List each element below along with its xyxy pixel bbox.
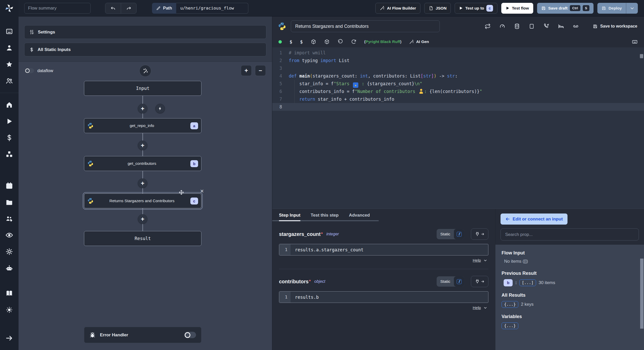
undo-rotate-icon[interactable] (337, 39, 343, 45)
input-node[interactable]: Input (84, 81, 201, 96)
deploy-more-button[interactable] (626, 3, 638, 14)
json-button[interactable]: JSON (424, 3, 451, 14)
package-box-icon[interactable] (311, 39, 316, 45)
static-expr-toggle[interactable]: Static f (437, 229, 464, 239)
flow-graph-canvas[interactable]: dataflow + − Input + get_repo_info a (19, 62, 272, 350)
windmill-logo[interactable] (5, 4, 14, 13)
code-assistants-status: (Pyright Black Ruff) (364, 39, 402, 44)
path-value[interactable]: u/henri/gracious_flow (176, 3, 248, 14)
step-params: stargazers_count* integer Static f (272, 221, 495, 310)
refresh-icon[interactable] (351, 39, 357, 45)
resource-picker-button[interactable]: $ (300, 39, 303, 45)
ai-gen-button[interactable]: AI Gen (409, 39, 429, 44)
collapsed-object-badge[interactable]: {...} (502, 322, 518, 329)
dataflow-toggle[interactable] (25, 68, 34, 73)
undo-button[interactable] (105, 3, 121, 13)
keyboard-shortcuts-icon[interactable] (632, 39, 638, 45)
result-node[interactable]: Result (84, 231, 201, 246)
audit-eye-icon[interactable] (5, 231, 13, 239)
static-expr-toggle[interactable]: Static f (437, 276, 464, 287)
collapsed-object-badge[interactable]: {...} (502, 301, 518, 308)
delete-node-button[interactable]: × (200, 188, 204, 194)
chevron-down-icon[interactable] (483, 258, 487, 262)
zoom-in-button[interactable]: + (241, 65, 252, 76)
step-node-b[interactable]: get_contributors b (84, 156, 201, 171)
rail-divider (0, 93, 19, 93)
stop-square-icon[interactable] (529, 23, 535, 29)
connect-input-plug-button[interactable] (471, 228, 488, 240)
step-header: Save to workspace (272, 16, 644, 36)
ai-flow-builder-button[interactable]: AI Flow Builder (375, 3, 420, 14)
flow-input-title: Flow Input (502, 250, 638, 256)
save-draft-button[interactable]: Save draft Ctrl S (537, 3, 594, 14)
mock-voicemail-icon[interactable] (573, 23, 579, 29)
chevron-down-icon[interactable] (483, 306, 487, 310)
help-link[interactable]: Help (473, 258, 481, 263)
deploy-button[interactable]: Deploy (597, 3, 626, 14)
expr-editor-contributors[interactable]: 1 results.b (279, 291, 488, 303)
python-icon (87, 160, 94, 167)
tab-step-input[interactable]: Step Input (279, 209, 300, 221)
step-node-c-selected[interactable]: Returns Stargazers and Contributors c × (84, 193, 201, 208)
tab-test-this-step[interactable]: Test this step (311, 209, 338, 221)
expand-sidebar-arrow-icon[interactable] (5, 334, 13, 342)
favorites-star-icon[interactable] (5, 61, 13, 68)
home-icon[interactable] (5, 101, 13, 109)
code-editor[interactable]: 1# import wmill2from typing import List3… (272, 47, 644, 209)
plug-icon (475, 279, 480, 284)
add-step-button[interactable]: + (138, 214, 147, 224)
sleep-bed-icon[interactable] (558, 23, 564, 29)
error-handler-toggle[interactable] (184, 332, 196, 338)
variable-picker-button[interactable]: $ (290, 39, 292, 45)
step-title-input[interactable] (291, 20, 440, 32)
retry-repeat-icon[interactable] (485, 23, 491, 29)
trigger-bolt-button[interactable] (155, 104, 165, 113)
editor-scrollbar-thumb[interactable] (640, 54, 643, 58)
picker-scrollbar-thumb[interactable] (640, 259, 643, 329)
flow-summary-input[interactable] (24, 3, 91, 14)
error-handler-node[interactable]: Error Handler (84, 327, 201, 343)
add-step-button[interactable]: + (138, 104, 147, 113)
test-up-to-button[interactable]: Test up to c (455, 3, 497, 14)
ai-robot-icon[interactable] (5, 264, 13, 272)
ai-wand-button[interactable] (139, 65, 151, 77)
topbar: Path u/henri/gracious_flow AI Flow Build… (19, 0, 644, 16)
tab-advanced[interactable]: Advanced (349, 209, 370, 221)
zoom-out-button[interactable]: − (255, 65, 266, 76)
test-flow-button[interactable]: Test flow (501, 3, 533, 14)
folders-icon[interactable] (5, 198, 13, 206)
docs-book-icon[interactable] (5, 289, 13, 297)
help-link[interactable]: Help (473, 305, 481, 310)
runs-play-icon[interactable] (5, 117, 13, 125)
play-icon (459, 6, 463, 10)
all-static-inputs-button[interactable]: All Static Inputs (24, 43, 266, 56)
collapsed-array-badge[interactable]: [...] (519, 279, 536, 286)
gauge-icon[interactable] (499, 23, 505, 29)
resources-cubes-icon[interactable] (5, 150, 13, 158)
search-prop-input[interactable] (501, 228, 639, 241)
result-key-b[interactable]: b (504, 279, 513, 286)
suspend-phone-incoming-icon[interactable] (543, 23, 549, 29)
expr-editor-stargazers[interactable]: 1 results.a.stargazers_count (279, 244, 488, 255)
edit-or-connect-button[interactable]: Edit or connect an input (501, 214, 567, 225)
theme-sun-icon[interactable] (5, 306, 13, 314)
workspace-icon[interactable] (5, 28, 13, 35)
add-step-button[interactable]: + (138, 141, 147, 150)
arrow-left-icon (505, 217, 510, 221)
schedules-calendar-icon[interactable] (5, 182, 13, 190)
save-to-workspace-button[interactable]: Save to workspace (593, 24, 637, 29)
connect-input-plug-button[interactable] (471, 276, 488, 287)
move-node-handle[interactable] (179, 190, 184, 195)
settings-gear-icon[interactable] (5, 248, 13, 255)
groups-icon[interactable] (5, 77, 13, 85)
step-node-a[interactable]: get_repo_info a (84, 118, 201, 133)
add-step-button[interactable]: + (138, 178, 147, 188)
workers-icon[interactable] (5, 215, 13, 223)
variables-dollar-icon[interactable] (5, 134, 13, 142)
user-icon[interactable] (5, 44, 13, 52)
package-box-icon[interactable] (324, 39, 330, 45)
flow-settings-button[interactable]: Settings (24, 25, 266, 39)
cache-database-icon[interactable] (514, 23, 520, 29)
redo-button[interactable] (121, 3, 136, 13)
path-label[interactable]: Path (152, 3, 176, 14)
